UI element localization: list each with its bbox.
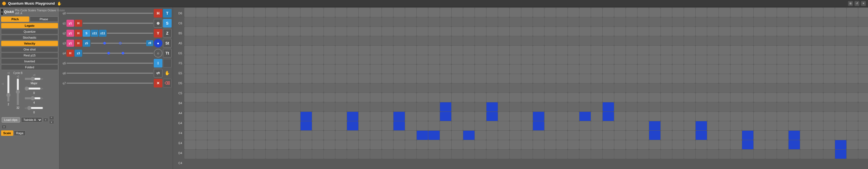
piano-roll-cell[interactable]	[208, 83, 219, 93]
piano-roll-cell[interactable]	[661, 55, 672, 64]
piano-roll-cell[interactable]	[219, 140, 230, 149]
piano-roll-cell[interactable]	[487, 8, 498, 17]
piano-roll-cell[interactable]	[510, 8, 521, 17]
piano-roll-cell[interactable]	[335, 46, 347, 55]
piano-roll-cell[interactable]	[184, 17, 196, 27]
piano-roll-cell[interactable]	[568, 27, 579, 36]
piano-roll-cell[interactable]	[289, 83, 300, 93]
piano-roll-cell[interactable]	[672, 93, 684, 102]
piano-roll-cell[interactable]	[858, 46, 868, 55]
piano-roll-cell[interactable]	[475, 55, 486, 64]
piano-roll-cell[interactable]	[754, 27, 765, 36]
piano-roll-cell[interactable]	[394, 65, 405, 74]
piano-roll-cell[interactable]	[824, 74, 835, 83]
piano-roll-cell[interactable]	[463, 55, 474, 64]
piano-roll-cell[interactable]	[777, 121, 788, 130]
lane-q3-track[interactable]: z9	[91, 43, 153, 44]
piano-roll-cell[interactable]	[312, 112, 323, 121]
piano-roll-cell[interactable]	[847, 46, 858, 55]
piano-roll-cell[interactable]	[788, 36, 800, 45]
piano-roll-cell[interactable]	[602, 83, 614, 93]
nav-up-button[interactable]: ^	[49, 116, 54, 120]
piano-roll-cell[interactable]	[800, 17, 811, 27]
piano-roll-cell[interactable]	[579, 8, 591, 17]
window-refresh-icon[interactable]: ↺	[855, 1, 859, 6]
piano-roll-cell[interactable]	[405, 36, 416, 45]
piano-roll-cell[interactable]	[754, 46, 765, 55]
piano-roll-cell[interactable]	[219, 17, 230, 27]
piano-roll-cell[interactable]	[510, 149, 521, 159]
piano-roll-cell[interactable]	[394, 93, 405, 102]
piano-roll-cell[interactable]	[184, 131, 196, 140]
piano-roll-cell[interactable]	[545, 149, 556, 159]
piano-roll-cell[interactable]	[428, 131, 440, 140]
piano-roll-cell[interactable]	[487, 121, 498, 130]
piano-roll-cell[interactable]	[359, 65, 370, 74]
piano-roll-cell[interactable]	[858, 102, 868, 111]
piano-roll-cell[interactable]	[428, 93, 440, 102]
piano-roll-cell[interactable]	[591, 149, 602, 159]
piano-roll-cell[interactable]	[312, 93, 323, 102]
lane-q6-hand-btn[interactable]: ✋	[163, 69, 172, 77]
piano-roll-cell[interactable]	[219, 121, 230, 130]
piano-roll-cell[interactable]	[731, 27, 742, 36]
piano-roll-cell[interactable]	[452, 27, 463, 36]
major-right-arrow[interactable]: ▷	[41, 77, 43, 80]
piano-roll-cell[interactable]	[405, 131, 416, 140]
piano-roll-cell[interactable]	[672, 83, 684, 93]
piano-roll-cell[interactable]	[684, 131, 695, 140]
piano-roll-cell[interactable]	[824, 149, 835, 159]
piano-roll-cell[interactable]	[440, 65, 451, 74]
piano-roll-cell[interactable]	[835, 27, 846, 36]
piano-roll-cell[interactable]	[219, 36, 230, 45]
piano-roll-cell[interactable]	[719, 112, 730, 121]
piano-roll-cell[interactable]	[231, 55, 242, 64]
lane-q1-y1-block[interactable]: y1	[66, 20, 74, 27]
piano-roll-cell[interactable]	[312, 27, 323, 36]
piano-roll-cell[interactable]	[487, 36, 498, 45]
quantize-button[interactable]: Quantize	[1, 29, 58, 34]
piano-roll-cell[interactable]	[591, 121, 602, 130]
piano-roll-cell[interactable]	[475, 8, 486, 17]
piano-roll-cell[interactable]	[661, 131, 672, 140]
piano-roll-cell[interactable]	[370, 83, 381, 93]
piano-roll-cell[interactable]	[695, 27, 707, 36]
piano-roll-cell[interactable]	[184, 112, 196, 121]
piano-roll-cell[interactable]	[695, 65, 707, 74]
piano-roll-cell[interactable]	[661, 83, 672, 93]
piano-roll-cell[interactable]	[765, 140, 777, 149]
piano-roll-cell[interactable]	[695, 8, 707, 17]
piano-roll-cell[interactable]	[219, 93, 230, 102]
piano-roll-cell[interactable]	[452, 8, 463, 17]
piano-roll-cell[interactable]	[719, 121, 730, 130]
piano-roll-cell[interactable]	[649, 102, 660, 111]
piano-roll-cell[interactable]	[324, 8, 335, 17]
piano-roll-cell[interactable]	[788, 102, 800, 111]
piano-roll-cell[interactable]	[347, 149, 358, 159]
piano-roll-cell[interactable]	[521, 36, 533, 45]
piano-roll-cell[interactable]	[765, 112, 777, 121]
piano-roll-cell[interactable]	[242, 46, 254, 55]
piano-roll-cell[interactable]	[324, 74, 335, 83]
piano-roll-cell[interactable]	[754, 140, 765, 149]
piano-roll-cell[interactable]	[638, 36, 649, 45]
piano-roll-cell[interactable]	[242, 140, 254, 149]
piano-roll-cell[interactable]	[568, 140, 579, 149]
piano-roll-cell[interactable]	[847, 55, 858, 64]
piano-roll-cell[interactable]	[208, 121, 219, 130]
piano-roll-cell[interactable]	[684, 74, 695, 83]
piano-roll-cell[interactable]	[765, 27, 777, 36]
nav-cycle-a[interactable]: Cycle A	[20, 9, 27, 15]
piano-roll-cell[interactable]	[498, 17, 509, 27]
piano-roll-cell[interactable]	[649, 83, 660, 93]
nav-down-button[interactable]: v	[49, 120, 54, 124]
piano-roll-cell[interactable]	[242, 131, 254, 140]
piano-roll-cell[interactable]	[731, 112, 742, 121]
piano-roll-cell[interactable]	[475, 131, 486, 140]
piano-roll-cell[interactable]	[405, 149, 416, 159]
piano-roll-cell[interactable]	[405, 65, 416, 74]
piano-roll-cell[interactable]	[638, 149, 649, 159]
lane-q3-st-btn[interactable]: St	[163, 39, 172, 47]
piano-roll-cell[interactable]	[301, 121, 312, 130]
piano-roll-cell[interactable]	[266, 83, 277, 93]
